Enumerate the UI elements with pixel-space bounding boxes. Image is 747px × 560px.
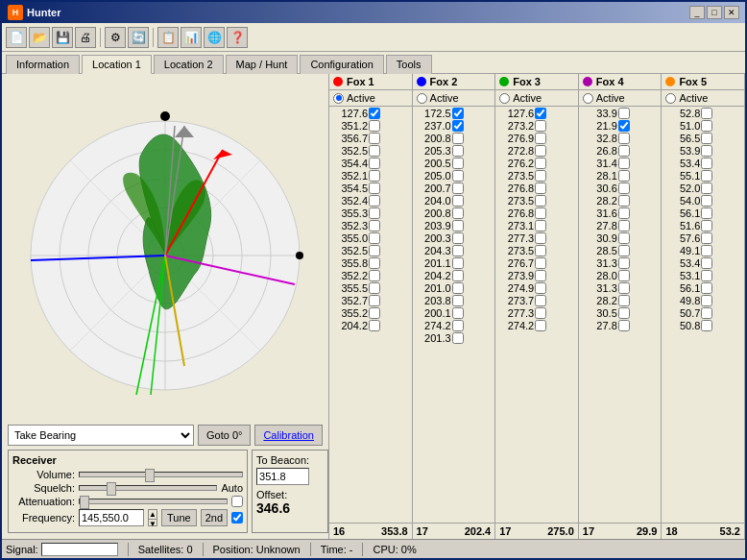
fox-checkbox[interactable]: [701, 307, 712, 319]
fox-checkbox[interactable]: [535, 170, 546, 182]
fox-checkbox[interactable]: [618, 295, 630, 306]
fox-radio-5[interactable]: [665, 93, 676, 104]
fox-checkbox[interactable]: [452, 145, 464, 157]
goto-button[interactable]: Goto 0°: [198, 425, 251, 446]
calibration-button[interactable]: Calibration: [254, 425, 323, 446]
fox-checkbox[interactable]: [618, 220, 630, 231]
attenuation-checkbox[interactable]: [231, 496, 243, 507]
fox-checkbox[interactable]: [618, 183, 630, 194]
maximize-button[interactable]: □: [707, 6, 722, 19]
fox-checkbox[interactable]: [701, 282, 712, 294]
fox-checkbox[interactable]: [701, 220, 712, 231]
save-button[interactable]: 💾: [52, 27, 73, 48]
fox-checkbox[interactable]: [618, 195, 630, 207]
fox-checkbox[interactable]: [618, 232, 630, 244]
fox-checkbox[interactable]: [369, 320, 380, 331]
fox-checkbox[interactable]: [369, 270, 380, 281]
fox-checkbox[interactable]: [535, 282, 546, 294]
fox-checkbox[interactable]: [618, 133, 630, 144]
frequency-spinner[interactable]: ▲ ▼: [148, 509, 157, 526]
fox-checkbox[interactable]: [452, 133, 464, 144]
fox-checkbox[interactable]: [535, 295, 546, 306]
fox-checkbox[interactable]: [535, 257, 546, 269]
fox-checkbox[interactable]: [369, 158, 380, 169]
fox-checkbox[interactable]: [701, 183, 712, 194]
tab-configuration[interactable]: Configuration: [300, 55, 383, 74]
fox-checkbox[interactable]: [452, 257, 464, 269]
fox-checkbox[interactable]: [535, 220, 546, 231]
open-button[interactable]: 📂: [29, 27, 50, 48]
fox-checkbox[interactable]: [452, 332, 464, 344]
attenuation-slider[interactable]: [79, 499, 228, 504]
fox-checkbox[interactable]: [452, 270, 464, 281]
fox-checkbox[interactable]: [535, 133, 546, 144]
fox-checkbox[interactable]: [452, 320, 464, 331]
fox-checkbox[interactable]: [535, 270, 546, 281]
fox-checkbox[interactable]: [452, 183, 464, 194]
fox-checkbox[interactable]: [701, 108, 712, 119]
fox-checkbox[interactable]: [369, 170, 380, 182]
tab-location2[interactable]: Location 2: [154, 55, 224, 74]
close-button[interactable]: ✕: [724, 6, 739, 19]
fox-checkbox[interactable]: [369, 207, 380, 219]
fox-checkbox[interactable]: [535, 207, 546, 219]
fox-checkbox[interactable]: [452, 232, 464, 244]
squelch-slider[interactable]: [79, 485, 217, 491]
fox-checkbox[interactable]: [535, 145, 546, 157]
tab-maphunt[interactable]: Map / Hunt: [226, 55, 299, 74]
fox-checkbox[interactable]: [701, 245, 712, 256]
settings-button[interactable]: ⚙: [105, 27, 126, 48]
refresh-button[interactable]: 🔄: [128, 27, 149, 48]
fox-checkbox[interactable]: [701, 195, 712, 207]
fox-checkbox[interactable]: [701, 270, 712, 281]
fox-checkbox[interactable]: [369, 108, 380, 119]
network-button[interactable]: 🌐: [204, 27, 225, 48]
to-beacon-input[interactable]: [256, 468, 309, 485]
list-button[interactable]: 📋: [157, 27, 179, 48]
fox-checkbox[interactable]: [701, 320, 712, 331]
fox-checkbox[interactable]: [369, 245, 380, 256]
tab-tools[interactable]: Tools: [386, 55, 432, 74]
fox-checkbox[interactable]: [369, 257, 380, 269]
fox-checkbox[interactable]: [618, 282, 630, 294]
new-button[interactable]: 📄: [6, 27, 27, 48]
fox-checkbox[interactable]: [701, 120, 712, 132]
fox-checkbox[interactable]: [618, 108, 630, 119]
fox-radio-1[interactable]: [333, 93, 344, 104]
fox-checkbox[interactable]: [369, 195, 380, 207]
fox-checkbox[interactable]: [452, 295, 464, 306]
fox-checkbox[interactable]: [369, 220, 380, 231]
fox-checkbox[interactable]: [535, 195, 546, 207]
fox-radio-3[interactable]: [499, 93, 510, 104]
fox-checkbox[interactable]: [618, 307, 630, 319]
fox-checkbox[interactable]: [452, 282, 464, 294]
fox-checkbox[interactable]: [701, 158, 712, 169]
help-button[interactable]: ❓: [227, 27, 248, 48]
fox-checkbox[interactable]: [452, 307, 464, 319]
volume-slider[interactable]: [79, 472, 243, 477]
print-button[interactable]: 🖨: [75, 27, 96, 48]
fox-checkbox[interactable]: [369, 307, 380, 319]
fox-checkbox[interactable]: [452, 195, 464, 207]
fox-checkbox[interactable]: [535, 183, 546, 194]
fox-checkbox[interactable]: [618, 257, 630, 269]
fox-checkbox[interactable]: [452, 170, 464, 182]
fox-checkbox[interactable]: [618, 120, 630, 132]
fox-checkbox[interactable]: [369, 133, 380, 144]
fox-radio-4[interactable]: [583, 93, 593, 104]
fox-checkbox[interactable]: [701, 257, 712, 269]
fox-checkbox[interactable]: [618, 158, 630, 169]
frequency-input[interactable]: [79, 509, 144, 526]
fox-checkbox[interactable]: [369, 183, 380, 194]
fox-checkbox[interactable]: [369, 145, 380, 157]
fox-checkbox[interactable]: [618, 145, 630, 157]
fox-checkbox[interactable]: [535, 120, 546, 132]
tab-location1[interactable]: Location 1: [82, 55, 152, 74]
fox-checkbox[interactable]: [701, 170, 712, 182]
fox-checkbox[interactable]: [369, 295, 380, 306]
fox-checkbox[interactable]: [701, 145, 712, 157]
fox-checkbox[interactable]: [535, 245, 546, 256]
chart-button[interactable]: 📊: [181, 27, 202, 48]
fox-checkbox[interactable]: [369, 232, 380, 244]
tune-button[interactable]: Tune: [161, 509, 197, 526]
